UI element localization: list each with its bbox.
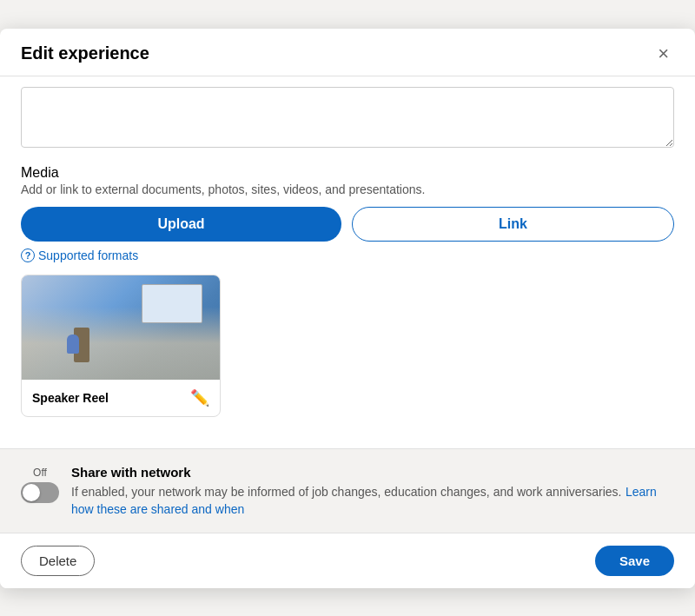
edit-pencil-icon[interactable]: ✏️ xyxy=(190,388,209,407)
media-label: Media xyxy=(21,165,674,181)
link-button[interactable]: Link xyxy=(352,207,674,242)
media-button-row: Upload Link xyxy=(21,207,674,242)
screen-element xyxy=(142,284,202,323)
share-title: Share with network xyxy=(71,465,674,480)
toggle-off-label: Off xyxy=(33,467,47,479)
help-icon: ? xyxy=(21,248,35,262)
speaker-element xyxy=(67,334,79,354)
delete-button[interactable]: Delete xyxy=(21,546,95,576)
media-thumbnail xyxy=(22,275,220,380)
edit-experience-modal: Edit experience × Media Add or link to e… xyxy=(0,29,695,588)
share-toggle[interactable] xyxy=(21,482,59,503)
save-button[interactable]: Save xyxy=(595,546,674,576)
supported-formats-label: Supported formats xyxy=(38,248,138,262)
description-section xyxy=(21,76,674,165)
media-card-footer: Speaker Reel ✏️ xyxy=(22,380,220,416)
share-description: If enabled, your network may be informed… xyxy=(71,485,621,499)
toggle-area: Off xyxy=(21,465,59,503)
close-button[interactable]: × xyxy=(652,43,674,65)
description-textarea[interactable] xyxy=(21,87,674,148)
thumbnail-inner xyxy=(22,275,220,380)
modal-body: Media Add or link to external documents,… xyxy=(0,76,695,448)
upload-button[interactable]: Upload xyxy=(21,207,341,242)
media-section: Media Add or link to external documents,… xyxy=(21,165,674,448)
modal-header: Edit experience × xyxy=(0,29,695,76)
modal-footer: Delete Save xyxy=(0,533,695,588)
media-description: Add or link to external documents, photo… xyxy=(21,182,674,196)
media-card-title: Speaker Reel xyxy=(32,391,109,405)
media-card: Speaker Reel ✏️ xyxy=(21,275,221,417)
supported-formats-row[interactable]: ? Supported formats xyxy=(21,248,674,262)
share-section: Off Share with network If enabled, your … xyxy=(0,448,695,533)
share-text-block: Share with network If enabled, your netw… xyxy=(71,465,674,517)
toggle-thumb xyxy=(23,484,40,501)
modal-title: Edit experience xyxy=(21,43,149,63)
